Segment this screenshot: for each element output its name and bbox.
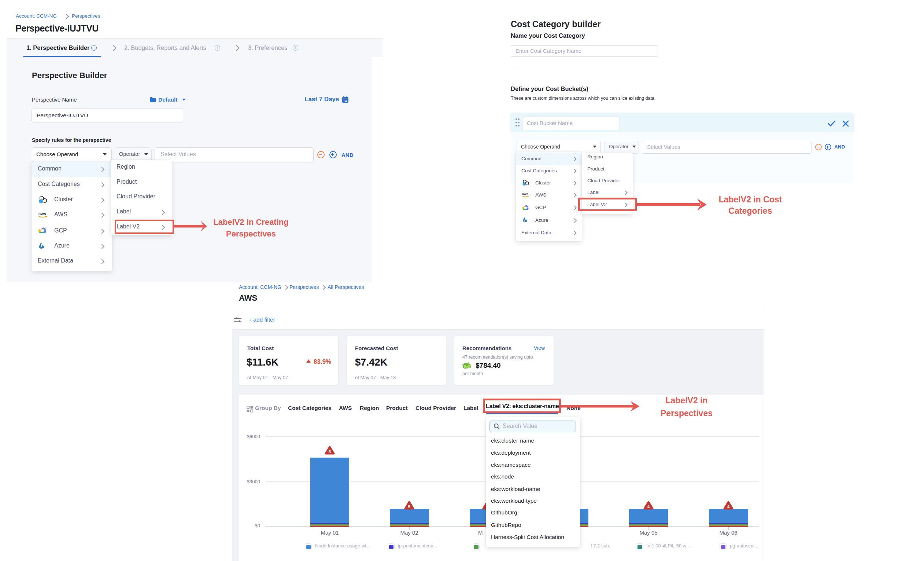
- svg-text:aws: aws: [522, 192, 528, 196]
- svg-text:4: 4: [727, 505, 730, 509]
- svg-text:4: 4: [647, 505, 650, 509]
- svg-text:5: 5: [328, 450, 331, 454]
- svg-text:5: 5: [408, 505, 411, 509]
- svg-text:aws: aws: [39, 212, 46, 216]
